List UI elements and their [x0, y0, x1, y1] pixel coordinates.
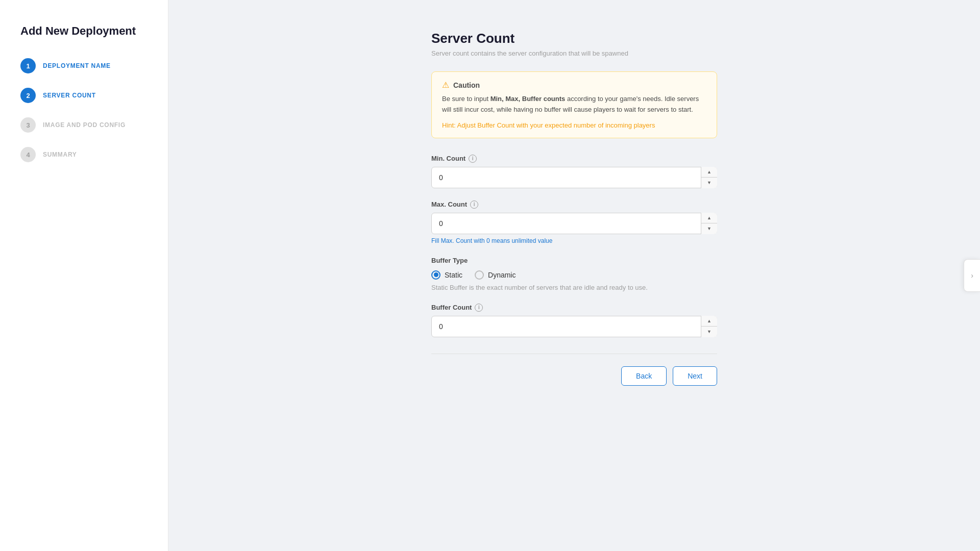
- step-list: 1 DEPLOYMENT NAME 2 SERVER COUNT 3 IMAGE…: [20, 58, 148, 162]
- step-item-2[interactable]: 2 SERVER COUNT: [20, 88, 148, 103]
- step-circle-3: 3: [20, 117, 36, 133]
- radio-inner-static: [434, 272, 438, 277]
- buffer-count-label: Buffer Count i: [431, 304, 717, 312]
- max-count-hint: Fill Max. Count with 0 means unlimited v…: [431, 237, 717, 244]
- min-count-input-wrapper: ▲ ▼: [431, 167, 717, 188]
- max-count-label: Max. Count i: [431, 201, 717, 209]
- step-circle-4: 4: [20, 147, 36, 162]
- caution-box: ⚠ Caution Be sure to input Min, Max, Buf…: [431, 71, 717, 138]
- min-count-increment[interactable]: ▲: [701, 167, 717, 178]
- buffer-count-input-wrapper: ▲ ▼: [431, 316, 717, 337]
- max-count-increment[interactable]: ▲: [701, 213, 717, 224]
- buffer-type-description: Static Buffer is the exact number of ser…: [431, 284, 717, 291]
- buffer-count-info-icon[interactable]: i: [475, 304, 483, 312]
- max-count-decrement[interactable]: ▼: [701, 223, 717, 234]
- max-count-info-icon[interactable]: i: [470, 201, 478, 209]
- next-button[interactable]: Next: [673, 366, 717, 386]
- buffer-count-input[interactable]: [431, 316, 717, 337]
- radio-label-static: Static: [445, 271, 462, 279]
- form-container: Server Count Server count contains the s…: [431, 31, 717, 386]
- page-title: Server Count: [431, 31, 717, 46]
- buffer-type-label: Buffer Type: [431, 257, 717, 264]
- step-circle-2: 2: [20, 88, 36, 103]
- max-count-input-wrapper: ▲ ▼: [431, 213, 717, 234]
- min-count-info-icon[interactable]: i: [469, 155, 477, 163]
- caution-header: ⚠ Caution: [442, 80, 706, 90]
- step-label-4: SUMMARY: [43, 151, 77, 158]
- step-label-3: IMAGE AND POD CONFIG: [43, 121, 126, 129]
- radio-outer-dynamic: [475, 270, 484, 280]
- back-button[interactable]: Back: [621, 366, 667, 386]
- warning-icon: ⚠: [442, 80, 449, 90]
- caution-body: Be sure to input Min, Max, Buffer counts…: [442, 94, 706, 115]
- radio-option-static[interactable]: Static: [431, 270, 462, 280]
- max-count-spin-buttons: ▲ ▼: [701, 213, 717, 234]
- min-count-decrement[interactable]: ▼: [701, 178, 717, 188]
- main-content: Server Count Server count contains the s…: [168, 0, 980, 551]
- min-count-group: Min. Count i ▲ ▼: [431, 155, 717, 188]
- sidebar-title: Add New Deployment: [20, 24, 148, 38]
- buffer-count-decrement[interactable]: ▼: [701, 327, 717, 337]
- buffer-type-section: Buffer Type Static Dynamic Static Buffer…: [431, 257, 717, 291]
- buffer-type-radio-group: Static Dynamic: [431, 270, 717, 280]
- step-item-1[interactable]: 1 DEPLOYMENT NAME: [20, 58, 148, 73]
- buffer-count-group: Buffer Count i ▲ ▼: [431, 304, 717, 337]
- radio-label-dynamic: Dynamic: [488, 271, 516, 279]
- max-count-input[interactable]: [431, 213, 717, 234]
- buffer-count-spin-buttons: ▲ ▼: [701, 316, 717, 337]
- min-count-input[interactable]: [431, 167, 717, 188]
- buffer-count-increment[interactable]: ▲: [701, 316, 717, 327]
- caution-hint: Hint: Adjust Buffer Count with your expe…: [442, 121, 655, 129]
- max-count-group: Max. Count i ▲ ▼ Fill Max. Count with 0 …: [431, 201, 717, 244]
- radio-outer-static: [431, 270, 440, 280]
- divider: [431, 354, 717, 354]
- page-subtitle: Server count contains the server configu…: [431, 49, 717, 57]
- min-count-label: Min. Count i: [431, 155, 717, 163]
- step-label-2: SERVER COUNT: [43, 92, 96, 99]
- right-panel-toggle[interactable]: ›: [964, 259, 980, 292]
- radio-option-dynamic[interactable]: Dynamic: [475, 270, 516, 280]
- action-buttons: Back Next: [431, 366, 717, 386]
- step-item-3[interactable]: 3 IMAGE AND POD CONFIG: [20, 117, 148, 133]
- step-label-1: DEPLOYMENT NAME: [43, 62, 111, 69]
- caution-title: Caution: [453, 81, 480, 89]
- min-count-spin-buttons: ▲ ▼: [701, 167, 717, 188]
- step-circle-1: 1: [20, 58, 36, 73]
- step-item-4[interactable]: 4 SUMMARY: [20, 147, 148, 162]
- sidebar: Add New Deployment 1 DEPLOYMENT NAME 2 S…: [0, 0, 168, 551]
- chevron-right-icon: ›: [971, 271, 973, 280]
